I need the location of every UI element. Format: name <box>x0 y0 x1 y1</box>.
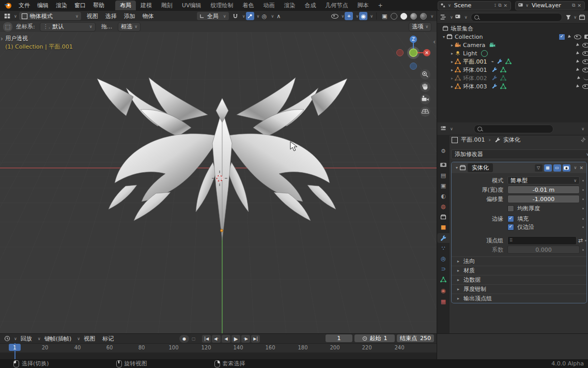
eye-icon[interactable] <box>582 59 588 64</box>
jump-to-end-button[interactable]: ▶| <box>251 335 260 343</box>
edit-mode-toggle[interactable]: ▦ <box>544 164 552 172</box>
eye-icon[interactable] <box>582 43 588 48</box>
remove-viewlayer-icon[interactable]: ✕ <box>577 3 581 8</box>
menu-playback[interactable]: 回放 <box>17 335 36 343</box>
tab-physics[interactable]: ◎ <box>437 254 450 264</box>
tab-layout[interactable]: 布局 <box>115 1 136 10</box>
mode-dropdown[interactable]: 物体模式 ∨ <box>19 11 82 21</box>
add-modifier-button[interactable]: 添加修改器 ∨ <box>451 149 588 159</box>
add-workspace-button[interactable]: + <box>374 1 388 10</box>
expand-icon[interactable]: ▸ <box>450 51 455 56</box>
snap-toggle-button[interactable] <box>246 12 254 20</box>
jump-to-start-button[interactable]: |◀ <box>202 335 211 343</box>
menu-render[interactable]: 渲染 <box>52 2 71 9</box>
breadcrumb-object[interactable]: 平面.001 <box>461 136 485 144</box>
menu-marker[interactable]: 标记 <box>99 335 117 343</box>
coord-system-dropdown[interactable]: ⋮.默认 ∨ <box>40 22 96 32</box>
eye-icon[interactable] <box>582 84 588 89</box>
shading-rendered-button[interactable] <box>419 12 428 20</box>
new-viewlayer-icon[interactable]: ⧉ <box>572 3 575 8</box>
auto-keying-button[interactable]: ● <box>179 335 189 343</box>
expand-icon[interactable]: ▸ <box>450 43 455 48</box>
tab-modifiers[interactable] <box>437 233 450 243</box>
tab-constraints[interactable]: ⊃ <box>437 264 450 274</box>
sidebar-expand-arrow[interactable]: ‹ <box>433 38 436 45</box>
shading-wireframe-button[interactable] <box>390 12 398 20</box>
pin-icon[interactable]: ⟟ <box>494 3 496 8</box>
tab-material[interactable]: ◉ <box>437 286 450 296</box>
menu-select[interactable]: 选择 <box>102 12 120 20</box>
torus-001-row[interactable]: ▸ 环体.001 <box>437 66 588 74</box>
timeline-ruler[interactable]: 20 40 60 80 100 120 140 160 180 200 220 … <box>0 343 437 353</box>
tab-render[interactable] <box>437 160 450 170</box>
editor-type-button[interactable] <box>439 125 447 133</box>
plane-001-row[interactable]: ▸ 平面.001 ⌁ <box>437 57 588 66</box>
shading-solid-button[interactable] <box>399 12 408 20</box>
selectable-icon[interactable] <box>576 43 580 47</box>
active-tool-icon[interactable]: ⬚ <box>3 22 12 32</box>
delete-modifier-icon[interactable]: ✕ <box>579 165 583 171</box>
light-row[interactable]: ▸ Light <box>437 49 588 57</box>
viewlayer-name[interactable]: ViewLayer <box>532 2 568 9</box>
falloff-button[interactable]: ∧ <box>274 12 283 20</box>
play-button[interactable]: ▶ <box>231 335 240 343</box>
tab-collection[interactable] <box>437 212 450 222</box>
animate-dot[interactable] <box>584 240 586 241</box>
selectable-icon[interactable] <box>576 59 580 63</box>
playhead-badge[interactable]: 1 <box>9 344 21 351</box>
selectable-icon[interactable] <box>577 76 581 80</box>
menu-add[interactable]: 添加 <box>120 12 139 20</box>
animate-dot[interactable] <box>580 249 586 251</box>
thickness-slider[interactable]: -0.01 m <box>507 186 580 194</box>
section-thickness-clamp[interactable]: ▸ 厚度钳制 <box>452 284 586 294</box>
new-collection-icon[interactable] <box>579 14 585 21</box>
menu-keying[interactable]: 键帧(插帧) <box>41 335 75 343</box>
menu-file[interactable]: 文件 <box>15 2 34 9</box>
scene-name[interactable]: Scene <box>454 2 490 9</box>
selectable-icon[interactable] <box>568 35 571 38</box>
selectable-icon[interactable] <box>576 68 580 71</box>
eye-icon[interactable] <box>582 68 588 72</box>
animate-dot[interactable] <box>580 198 586 200</box>
render-toggle[interactable] <box>563 164 570 172</box>
toolbar-expand-arrow[interactable]: › <box>1 35 3 42</box>
snap-magnet-button[interactable] <box>231 12 240 20</box>
next-keyframe-button[interactable]: ·▶ <box>241 335 250 343</box>
options-chevron-icon[interactable]: ∨ <box>581 127 584 131</box>
tab-shading[interactable]: 着色 <box>238 1 259 10</box>
transform-orientation-dropdown[interactable]: 全局 ∨ <box>196 11 229 21</box>
options-dropdown[interactable]: 选项 ∨ <box>409 22 431 32</box>
section-normals[interactable]: ▸ 法向 <box>452 256 586 266</box>
eye-closed-icon[interactable] <box>583 76 588 80</box>
scene-selector[interactable]: ∨ Scene ⟟ ⧉ ✕ <box>438 1 511 10</box>
tab-view-layer[interactable]: ▣ <box>437 181 450 191</box>
tab-modeling[interactable]: 建模 <box>136 1 157 10</box>
xray-toggle-button[interactable]: ▣ <box>380 12 389 20</box>
torus-003-row[interactable]: ▸ 环体.003 <box>437 82 588 90</box>
expand-icon[interactable]: ▸ <box>450 76 455 81</box>
realtime-toggle[interactable]: ▭ <box>553 164 561 172</box>
editor-type-button[interactable] <box>3 334 11 343</box>
shading-material-button[interactable] <box>409 12 418 20</box>
viewlayer-selector[interactable]: ∨ ViewLayer ⧉ ✕ <box>515 1 585 10</box>
breadcrumb-modifier[interactable]: 实体化 <box>503 136 520 144</box>
tab-uv-editing[interactable]: UV编辑 <box>177 1 206 10</box>
menu-view[interactable]: 视图 <box>83 12 102 20</box>
tab-object-data[interactable] <box>437 274 450 284</box>
menu-edit[interactable]: 编辑 <box>34 2 52 9</box>
animate-dot[interactable] <box>580 208 586 209</box>
tab-world[interactable]: ◍ <box>437 202 450 211</box>
factor-slider[interactable]: 0.000 <box>507 246 580 254</box>
tab-sculpting[interactable]: 雕刻 <box>157 1 177 10</box>
current-frame-field[interactable]: 1 <box>326 334 352 342</box>
viewport-nav-buttons[interactable] <box>420 69 430 117</box>
eye-icon[interactable] <box>582 51 588 56</box>
expand-icon[interactable]: ▾ <box>441 35 446 39</box>
camera-row[interactable]: ▸ Camera <box>437 41 588 49</box>
play-reverse-button[interactable]: ◀ <box>222 335 230 343</box>
tab-scripting[interactable]: 脚本 <box>353 1 374 10</box>
render-visibility-icon[interactable] <box>584 35 588 39</box>
show-gizmo-button[interactable]: ⌖ <box>345 12 353 20</box>
section-edge-data[interactable]: ▸ 边数据 <box>452 275 586 284</box>
animate-dot[interactable] <box>580 180 586 181</box>
